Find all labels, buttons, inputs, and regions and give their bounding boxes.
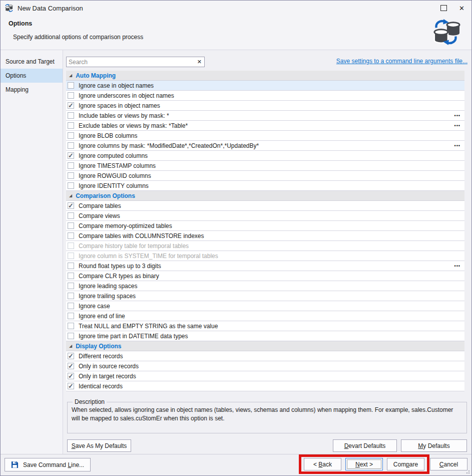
option-row[interactable]: Compare views <box>66 211 464 221</box>
checkbox-checked[interactable]: ✓ <box>68 102 74 109</box>
checkbox-unchecked[interactable] <box>68 283 74 289</box>
sidebar-item-source-and-target[interactable]: Source and Target <box>1 55 63 69</box>
save-command-line-button[interactable]: Save Command Line... <box>5 458 91 471</box>
checkbox-checked[interactable]: ✓ <box>68 353 74 359</box>
section-header[interactable]: ◢Comparison Options <box>66 191 464 201</box>
option-row[interactable]: Ignore case <box>66 301 464 311</box>
option-row[interactable]: ✓Only in target records <box>66 371 464 381</box>
checkbox-checked[interactable]: ✓ <box>68 373 74 379</box>
devart-defaults-button[interactable]: Devart Defaults <box>333 439 397 452</box>
option-row[interactable]: Ignore time part in DATETIME data types <box>66 331 464 341</box>
option-row[interactable]: Ignore BLOB columns <box>66 131 464 141</box>
database-sync-icon <box>430 19 461 46</box>
option-row[interactable]: ✓Compare tables <box>66 201 464 211</box>
option-label: Ignore column is SYSTEM_TIME for tempora… <box>79 253 218 260</box>
option-row[interactable]: Ignore column is SYSTEM_TIME for tempora… <box>66 251 464 261</box>
option-row[interactable]: Ignore leading spaces <box>66 281 464 291</box>
ellipsis-button[interactable]: ••• <box>454 123 460 128</box>
checkbox-unchecked[interactable] <box>68 333 74 339</box>
option-row[interactable]: Treat NULL and EMPTY STRING as the same … <box>66 321 464 331</box>
checkbox-unchecked[interactable] <box>68 243 74 249</box>
option-row[interactable]: Ignore trailing spaces <box>66 291 464 301</box>
option-row[interactable]: Compare CLR types as binary <box>66 271 464 281</box>
checkbox-unchecked[interactable] <box>68 112 74 119</box>
save-as-my-defaults-button[interactable]: Save As My Defaults <box>67 439 131 452</box>
section-header[interactable]: ◢Display Options <box>66 341 464 351</box>
option-row[interactable]: ✓Ignore computed columns <box>66 151 464 161</box>
my-defaults-button[interactable]: My Defaults <box>401 439 467 452</box>
option-row[interactable]: Ignore end of line <box>66 311 464 321</box>
option-row[interactable]: Compare tables with COLUMNSTORE indexes <box>66 231 464 241</box>
checkbox-unchecked[interactable] <box>68 313 74 319</box>
button-label: Compare <box>393 461 418 468</box>
option-row[interactable]: ✓Different records <box>66 351 464 361</box>
option-label: Compare views <box>79 212 120 219</box>
sidebar-item-options[interactable]: Options <box>1 69 63 83</box>
checkbox-unchecked[interactable] <box>68 232 74 239</box>
checkbox-unchecked[interactable] <box>68 303 74 309</box>
back-button[interactable]: < Back <box>304 458 341 470</box>
close-icon[interactable]: ✕ <box>459 5 464 12</box>
option-label: Ignore case <box>79 303 110 310</box>
compare-button[interactable]: Compare <box>387 458 424 470</box>
option-row[interactable]: Compare memory-optimized tables <box>66 221 464 231</box>
checkbox-unchecked[interactable] <box>68 162 74 169</box>
dialog-footer: Save Command Line... < Back Next > Compa… <box>1 454 471 475</box>
next-button[interactable]: Next > <box>345 458 383 470</box>
checkbox-unchecked[interactable] <box>68 92 74 99</box>
option-row[interactable]: Round float types up to 3 digits••• <box>66 261 464 271</box>
save-settings-link[interactable]: Save settings to a command line argument… <box>336 58 467 65</box>
checkbox-unchecked[interactable] <box>68 212 74 219</box>
option-label: Ignore underscores in object names <box>79 92 174 99</box>
button-label: My Defaults <box>418 442 449 449</box>
checkbox-unchecked[interactable] <box>68 263 74 269</box>
checkbox-unchecked[interactable] <box>68 323 74 329</box>
section-title: Auto Mapping <box>76 72 116 79</box>
checkbox-checked[interactable]: ✓ <box>68 202 74 209</box>
option-row[interactable]: ✓Identical records <box>66 381 464 391</box>
clear-search-icon[interactable]: ✕ <box>197 59 202 65</box>
checkbox-checked[interactable]: ✓ <box>68 152 74 159</box>
option-row[interactable]: Include tables or views by mask: *••• <box>66 111 464 121</box>
search-input[interactable] <box>67 59 197 66</box>
option-label: Include tables or views by mask: * <box>79 112 169 119</box>
checkbox-unchecked[interactable] <box>68 182 74 189</box>
checkbox-unchecked[interactable] <box>68 122 74 129</box>
description-legend: Description <box>73 398 107 405</box>
checkbox-unchecked[interactable] <box>68 253 74 259</box>
ellipsis-button[interactable]: ••• <box>454 264 460 269</box>
option-row[interactable]: Ignore IDENTITY columns <box>66 181 464 191</box>
sidebar-item-mapping[interactable]: Mapping <box>1 83 63 97</box>
option-row[interactable]: Ignore columns by mask: *ModifiedDate*,*… <box>66 141 464 151</box>
checkbox-unchecked[interactable] <box>68 293 74 299</box>
checkbox-unchecked[interactable] <box>68 222 74 229</box>
checkbox-unchecked[interactable] <box>68 172 74 179</box>
option-row[interactable]: Ignore TIMESTAMP columns <box>66 161 464 171</box>
option-row[interactable]: ✓Only in source records <box>66 361 464 371</box>
option-label: Ignore BLOB columns <box>79 132 137 139</box>
description-groupbox: Description When selected, allows ignori… <box>67 398 467 433</box>
cancel-button[interactable]: Cancel <box>430 458 467 470</box>
resize-grip[interactable] <box>468 472 469 473</box>
checkbox-checked[interactable]: ✓ <box>68 363 74 369</box>
option-label: Compare tables <box>79 202 121 209</box>
page-subtitle: Specify additional options of comparison… <box>13 34 143 41</box>
option-row[interactable]: Ignore ROWGUID columns <box>66 171 464 181</box>
section-header[interactable]: ◢Auto Mapping <box>66 71 464 81</box>
option-row[interactable]: Exclude tables or views by mask: *Table*… <box>66 121 464 131</box>
checkbox-unchecked[interactable] <box>68 82 74 89</box>
checkbox-checked[interactable]: ✓ <box>68 383 74 389</box>
option-label: Ignore TIMESTAMP columns <box>79 162 156 169</box>
description-text: When selected, allows ignoring case in o… <box>72 406 462 423</box>
ellipsis-button[interactable]: ••• <box>454 143 460 148</box>
option-row[interactable]: Ignore case in object names <box>66 81 464 91</box>
checkbox-unchecked[interactable] <box>68 142 74 149</box>
checkbox-unchecked[interactable] <box>68 273 74 279</box>
checkbox-unchecked[interactable] <box>68 132 74 139</box>
option-row[interactable]: Compare history table for temporal table… <box>66 241 464 251</box>
option-row[interactable]: Ignore underscores in object names <box>66 91 464 101</box>
maximize-icon[interactable] <box>440 5 447 11</box>
option-label: Ignore ROWGUID columns <box>79 172 151 179</box>
ellipsis-button[interactable]: ••• <box>454 113 460 118</box>
option-row[interactable]: ✓Ignore spaces in object names <box>66 101 464 111</box>
